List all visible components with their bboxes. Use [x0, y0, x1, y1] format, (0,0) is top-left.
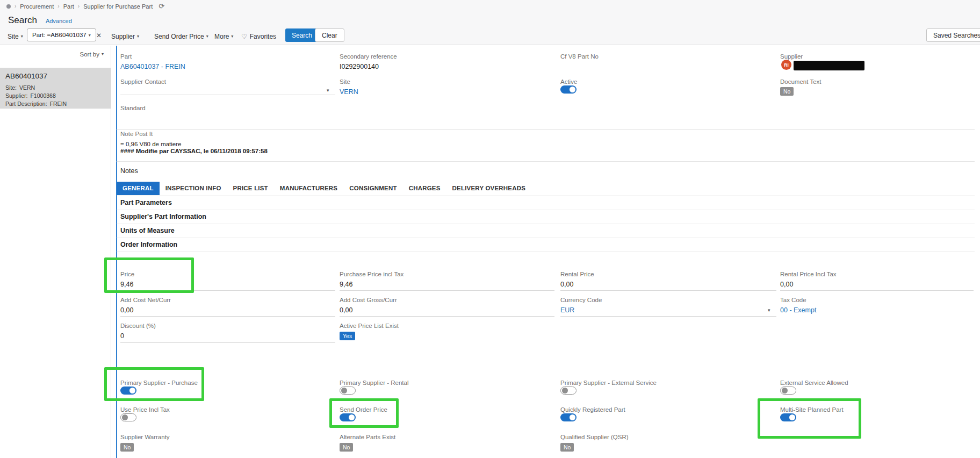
section-units-of-measure[interactable]: Units of Measure	[120, 227, 175, 234]
app-dot-icon	[6, 4, 11, 9]
sort-by-dropdown[interactable]: Sort by▾	[80, 51, 104, 58]
rental-price-incl-tax-value[interactable]: 0,00	[780, 281, 793, 288]
breadcrumb-separator-icon: ›	[57, 3, 59, 9]
tab-manufacturers[interactable]: MANUFACTURERS	[274, 182, 343, 195]
document-text-badge: No	[780, 87, 794, 96]
collapse-panel-chevron-icon[interactable]: ⌄	[970, 31, 975, 38]
section-divider	[117, 252, 975, 252]
chevron-down-icon: ▾	[102, 52, 104, 56]
more-filter-dropdown[interactable]: More▾	[214, 33, 233, 40]
use-price-incl-tax-label: Use Price Incl Tax	[120, 406, 170, 413]
section-divider	[117, 129, 975, 130]
advanced-search-link[interactable]: Advanced	[46, 18, 72, 24]
supplier-contact-label: Supplier Contact	[120, 78, 166, 85]
refresh-icon[interactable]: ⟳	[158, 2, 164, 10]
tab-general[interactable]: GENERAL	[117, 182, 160, 195]
supplier-avatar: RI	[781, 60, 791, 70]
section-suppliers-part-information[interactable]: Supplier's Part Information	[120, 213, 206, 220]
use-price-incl-tax-toggle[interactable]	[120, 413, 136, 421]
active-toggle[interactable]	[560, 85, 577, 94]
supplier-filter-dropdown[interactable]: Supplier▾	[111, 33, 139, 40]
currency-code-underline	[560, 316, 776, 317]
site-link[interactable]: VERN	[340, 88, 358, 96]
note-post-it-label: Note Post It	[120, 131, 153, 137]
chevron-down-icon: ▾	[206, 34, 208, 39]
rental-price-value[interactable]: 0,00	[560, 281, 573, 288]
tab-price-list[interactable]: PRICE LIST	[227, 182, 274, 195]
search-button[interactable]: Search	[285, 28, 319, 42]
add-cost-gross-curr-value[interactable]: 0,00	[340, 306, 352, 314]
section-divider	[117, 224, 975, 224]
breadcrumb-separator-icon: ›	[15, 3, 16, 9]
chevron-down-icon: ▾	[21, 34, 23, 39]
section-divider	[117, 161, 975, 162]
tax-code-label: Tax Code	[780, 297, 806, 303]
primary-supplier-rental-label: Primary Supplier - Rental	[340, 380, 408, 386]
supplier-contact-input[interactable]	[120, 95, 335, 95]
chevron-down-icon: ▾	[137, 34, 139, 39]
results-sidebar: Sort by▾ AB60401037 Site:VERN Supplier:F…	[0, 46, 111, 458]
part-link[interactable]: AB60401037 - FREIN	[120, 63, 185, 70]
currency-code-link[interactable]: EUR	[560, 306, 574, 314]
standard-label: Standard	[120, 105, 146, 111]
supplier-label: Supplier	[780, 53, 803, 60]
section-divider	[117, 238, 975, 238]
page-title: Search	[8, 15, 37, 26]
note-post-it-line1: = 0,96 V80 de matiere	[120, 141, 181, 147]
tab-consignment[interactable]: CONSIGNMENT	[343, 182, 402, 195]
breadcrumb-procurement[interactable]: Procurement	[20, 3, 54, 10]
send-order-price-filter-dropdown[interactable]: Send Order Price▾	[154, 33, 208, 40]
discount-value[interactable]: 0	[120, 332, 124, 340]
discount-label: Discount (%)	[120, 323, 156, 329]
supplier-warranty-label: Supplier Warranty	[120, 434, 170, 440]
currency-code-label: Currency Code	[560, 297, 602, 303]
quickly-registered-part-label: Quickly Registered Part	[560, 406, 625, 413]
purchase-price-incl-tax-value[interactable]: 9,46	[340, 281, 352, 288]
supplier-for-purchase-part-page: › Procurement › Part › Supplier for Purc…	[0, 0, 980, 458]
discount-underline	[120, 342, 335, 343]
secondary-reference-label: Secondary reference	[340, 53, 397, 60]
annotation-box-price	[104, 257, 194, 293]
part-filter-chip[interactable]: Part: =AB60401037▾	[27, 28, 96, 41]
tab-inspection-info[interactable]: INSPECTION INFO	[160, 182, 227, 195]
currency-code-chevron-down-icon[interactable]: ▾	[768, 307, 770, 313]
breadcrumb-part[interactable]: Part	[63, 3, 74, 10]
search-header: Search Advanced	[8, 15, 72, 26]
qualified-supplier-qsr-badge: No	[560, 443, 574, 452]
annotation-box-multi-site-planned-part	[758, 398, 861, 439]
tab-bar-divider	[117, 196, 975, 196]
rental-price-underline	[560, 290, 776, 291]
favorites-button[interactable]: ♡Favorites	[241, 33, 276, 40]
secondary-reference-value: I0292900140	[340, 63, 379, 70]
add-cost-gross-curr-underline	[340, 316, 554, 317]
tab-delivery-overheads[interactable]: DELIVERY OVERHEADS	[446, 182, 532, 195]
rental-price-label: Rental Price	[560, 271, 594, 277]
heart-icon: ♡	[241, 33, 247, 40]
active-price-list-exist-badge: Yes	[340, 332, 355, 340]
site-filter-dropdown[interactable]: Site▾	[8, 33, 23, 40]
section-divider	[117, 210, 975, 210]
external-service-allowed-toggle[interactable]	[780, 387, 796, 395]
primary-supplier-external-service-toggle[interactable]	[560, 387, 577, 395]
tax-code-link[interactable]: 00 - Exempt	[780, 306, 816, 314]
add-cost-net-curr-value[interactable]: 0,00	[120, 306, 133, 314]
annotation-box-send-order-price	[329, 398, 399, 428]
clear-part-filter-icon[interactable]: ✕	[96, 32, 102, 39]
document-text-label: Document Text	[780, 78, 822, 85]
result-card-selected[interactable]: AB60401037 Site:VERN Supplier:F1000368 P…	[0, 68, 111, 109]
active-label: Active	[560, 78, 577, 85]
tab-bar: GENERAL INSPECTION INFO PRICE LIST MANUF…	[117, 182, 531, 195]
chevron-down-icon: ▾	[89, 33, 91, 38]
quickly-registered-part-toggle[interactable]	[560, 413, 577, 421]
result-card-supplier-row: Supplier:F1000368	[5, 92, 105, 100]
section-part-parameters[interactable]: Part Parameters	[120, 199, 172, 206]
tab-charges[interactable]: CHARGES	[403, 182, 446, 195]
supplier-contact-chevron-down-icon[interactable]: ▾	[327, 88, 329, 93]
part-label: Part	[120, 53, 132, 60]
clear-button[interactable]: Clear	[315, 28, 344, 42]
notes-section-header[interactable]: Notes	[120, 167, 138, 175]
primary-supplier-external-service-label: Primary Supplier - External Service	[560, 380, 657, 386]
primary-supplier-rental-toggle[interactable]	[340, 387, 356, 395]
section-order-information[interactable]: Order Information	[120, 241, 177, 248]
purchase-price-incl-tax-label: Purchase Price incl Tax	[340, 271, 403, 277]
